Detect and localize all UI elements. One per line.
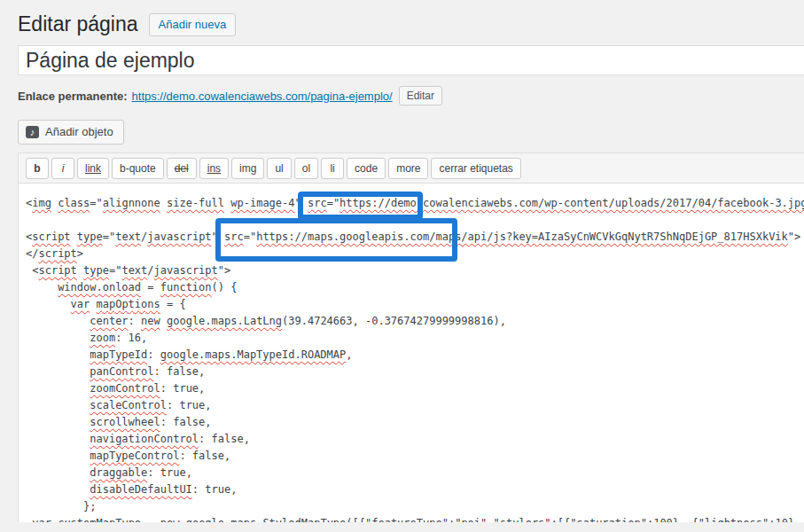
code-line: navigationControl: false, [26,431,804,448]
code-line: disableDefaultUI: true, [26,481,804,498]
code-line: mapTypeId: google.maps.MapTypeId.ROADMAP… [26,347,804,364]
editor-container: bilinkb-quotedelinsimgulollicodemorecerr… [18,153,804,522]
toolbar-button-code[interactable]: code [347,158,386,179]
page-header: Editar página Añadir nueva [0,0,804,37]
code-line: <img class="alignnone size-full wp-image… [26,195,804,212]
toolbar-button-b-quote[interactable]: b-quote [112,158,164,179]
toolbar-button-link[interactable]: link [77,158,109,179]
post-title-wrap [18,45,804,75]
code-line: panControl: false, [26,364,804,380]
permalink-url-link[interactable]: https://demo.cowalenciawebs.com/pagina-e… [132,90,393,103]
toolbar-button-ins[interactable]: ins [199,158,229,179]
code-line: zoomControl: true, [26,380,804,397]
code-line: <script type="text/javascript"> [26,262,804,279]
add-new-button[interactable]: Añadir nueva [149,13,237,36]
quicktags-toolbar: bilinkb-quotedelinsimgulollicodemorecerr… [19,153,804,183]
code-line: center: new google.maps.LatLng(39.472466… [26,313,804,330]
code-line: window.onload = function() { [26,279,804,296]
toolbar-button-i[interactable]: i [51,158,74,179]
code-line [26,212,804,229]
edit-permalink-button[interactable]: Editar [399,86,442,106]
toolbar-button-more[interactable]: more [388,158,428,179]
wordpress-edit-page-screen: Editar página Añadir nueva Enlace perman… [0,0,804,522]
permalink-label: Enlace permanente: [18,90,128,103]
code-line: scaleControl: true, [26,397,804,414]
code-line: </script> [26,246,804,262]
toolbar-button-ul[interactable]: ul [267,158,291,179]
code-line: mapTypeControl: false, [26,448,804,465]
add-media-icon: ♪ [26,126,39,138]
code-line: var customMapType = new google.maps.Styl… [26,515,804,522]
add-media-label: Añadir objeto [45,125,113,138]
add-media-button[interactable]: ♪ Añadir objeto [18,120,124,145]
toolbar-button-cerrar-etiquetas[interactable]: cerrar etiquetas [431,158,520,179]
code-line: draggable: true, [26,465,804,481]
code-line: }; [26,498,804,515]
toolbar-button-del[interactable]: del [167,158,197,179]
code-line: var mapOptions = { [26,296,804,313]
editor-textarea[interactable]: <img class="alignnone size-full wp-image… [19,183,804,522]
post-title-input[interactable] [18,45,804,75]
permalink-row: Enlace permanente: https://demo.cowalenc… [18,86,804,106]
page-title: Editar página [18,12,138,37]
toolbar-button-li[interactable]: li [321,158,344,179]
code-line: zoom: 16, [26,330,804,347]
media-row: ♪ Añadir objeto [18,120,804,145]
toolbar-button-img[interactable]: img [231,158,264,179]
code-line: scrollwheel: false, [26,414,804,431]
code-line: <script type="text/javascript" src="http… [26,229,804,246]
toolbar-button-ol[interactable]: ol [294,158,318,179]
toolbar-button-b[interactable]: b [26,158,49,179]
